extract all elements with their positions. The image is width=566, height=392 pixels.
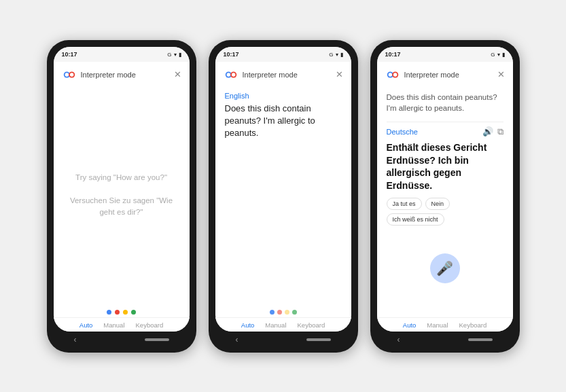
app-title-2: Interpreter mode — [243, 71, 298, 79]
spinner-dot-2-2 — [277, 310, 282, 315]
dot-red-1 — [115, 310, 120, 315]
wifi-icon-2: ▾ — [336, 52, 338, 58]
app-title-1: Interpreter mode — [81, 71, 136, 79]
bottom-nav-3: Auto Manual Keyboard — [377, 317, 513, 332]
copy-icon-3[interactable]: ⧉ — [497, 126, 503, 137]
nav-keyboard-1[interactable]: Keyboard — [136, 321, 164, 329]
wifi-icon-3: ▾ — [497, 52, 500, 58]
app-header-1: Interpreter mode ✕ — [54, 62, 190, 86]
home-pill-2[interactable] — [306, 338, 331, 341]
status-icons-3: G ▾ ▮ — [491, 52, 504, 58]
status-bar-3: 10:17 G ▾ ▮ — [377, 47, 513, 62]
close-button-2[interactable]: ✕ — [336, 69, 343, 79]
back-nav-1[interactable]: ‹ — [74, 335, 77, 344]
svg-point-11 — [393, 73, 397, 77]
nav-keyboard-2[interactable]: Keyboard — [298, 321, 325, 329]
phone-content-3: Does this dish contain peanuts? I'm alle… — [377, 86, 513, 317]
divider-3 — [387, 122, 503, 122]
german-message-3: Enthält dieses Gericht Erdnüsse? Ich bin… — [387, 141, 503, 193]
nav-manual-3[interactable]: Manual — [427, 321, 448, 329]
home-pill-1[interactable] — [145, 338, 169, 341]
bottom-nav-2: Auto Manual Keyboard — [215, 317, 351, 332]
signal-icon-2: G — [329, 52, 333, 58]
status-time-3: 10:17 — [385, 51, 401, 58]
status-icons-2: G ▾ ▮ — [329, 52, 342, 58]
phone-1: 10:17 G ▾ ▮ Interpreter mode — [47, 40, 196, 353]
nav-auto-3[interactable]: Auto — [403, 321, 417, 329]
status-time-1: 10:17 — [62, 51, 77, 58]
nav-manual-1[interactable]: Manual — [103, 321, 124, 329]
bottom-nav-1: Auto Manual Keyboard — [54, 317, 190, 332]
dot-green-1 — [131, 310, 136, 315]
back-nav-2[interactable]: ‹ — [236, 335, 238, 344]
spinner-dot-4-2 — [292, 310, 297, 315]
mic-wrapper-3: 🎤 — [387, 226, 503, 311]
phone-3: 10:17 G ▾ ▮ Interpreter mode — [370, 40, 520, 353]
suggestion-chip-1[interactable]: Nein — [425, 198, 450, 210]
lang-label-english-2: English — [225, 92, 342, 100]
svg-point-1 — [65, 73, 69, 77]
german-icons-3: 🔊 ⧉ — [482, 126, 503, 137]
app-title-3: Interpreter mode — [404, 71, 459, 79]
mic-icon-3: 🎤 — [436, 260, 453, 277]
mic-button-3[interactable]: 🎤 — [430, 253, 460, 283]
battery-icon-3: ▮ — [502, 52, 505, 58]
status-icons-1: G ▾ ▮ — [167, 52, 181, 58]
speaker-icon-3[interactable]: 🔊 — [482, 126, 493, 137]
spinner-dot-1-2 — [270, 310, 275, 315]
activity-dots-1 — [54, 304, 190, 317]
prompt-text-1: Try saying "How are you?" Versuchen Sie … — [63, 172, 180, 219]
svg-point-7 — [231, 73, 235, 77]
signal-icon-1: G — [167, 52, 171, 58]
phone-content-1: Try saying "How are you?" Versuchen Sie … — [54, 86, 190, 304]
app-header-2: Interpreter mode ✕ — [215, 62, 351, 86]
status-time-2: 10:17 — [224, 51, 239, 58]
assistant-icon-3 — [385, 67, 400, 82]
close-button-1[interactable]: ✕ — [174, 69, 181, 79]
spinner-2 — [215, 304, 351, 317]
home-pill-3[interactable] — [468, 338, 493, 341]
battery-icon-2: ▮ — [340, 52, 343, 58]
svg-point-3 — [69, 73, 73, 77]
svg-point-9 — [388, 73, 392, 77]
assistant-icon-2 — [224, 67, 238, 82]
nav-auto-2[interactable]: Auto — [241, 321, 255, 329]
phone-bottom-bar-2: ‹ — [215, 332, 351, 346]
nav-auto-1[interactable]: Auto — [79, 321, 93, 329]
app-header-left-2: Interpreter mode — [224, 67, 298, 82]
german-header-3: Deutsche 🔊 ⧉ — [387, 126, 503, 137]
suggestion-chip-0[interactable]: Ja tut es — [387, 198, 422, 210]
assistant-icon-1 — [62, 67, 77, 82]
signal-icon-3: G — [491, 52, 495, 58]
svg-point-5 — [226, 73, 230, 77]
nav-manual-2[interactable]: Manual — [265, 321, 286, 329]
english-message-3: Does this dish contain peanuts? I'm alle… — [387, 92, 503, 113]
app-header-left-1: Interpreter mode — [62, 67, 136, 82]
suggestion-chip-2[interactable]: Ich weiß es nicht — [387, 213, 444, 226]
phone-group: 10:17 G ▾ ▮ Interpreter mode — [47, 40, 520, 353]
suggestion-row-3: Ja tut es Nein Ich weiß es nicht — [387, 198, 503, 226]
message-text-2: Does this dish contain peanuts? I'm alle… — [225, 103, 342, 140]
close-button-3[interactable]: ✕ — [497, 69, 505, 79]
wifi-icon-1: ▾ — [174, 52, 177, 58]
status-bar-2: 10:17 G ▾ ▮ — [215, 47, 351, 62]
nav-keyboard-3[interactable]: Keyboard — [459, 321, 487, 329]
phone-2: 10:17 G ▾ ▮ Interpreter mode — [209, 40, 358, 353]
phone-bottom-bar-3: ‹ — [377, 332, 513, 346]
dot-blue-1 — [107, 310, 111, 315]
phone-content-2: English Does this dish contain peanuts? … — [215, 86, 351, 304]
spinner-dot-3-2 — [285, 310, 289, 315]
phone-bottom-bar-1: ‹ — [54, 332, 190, 346]
app-header-3: Interpreter mode ✕ — [377, 62, 513, 86]
dot-yellow-1 — [123, 310, 128, 315]
status-bar-1: 10:17 G ▾ ▮ — [54, 47, 190, 62]
german-lang-label-3: Deutsche — [387, 128, 418, 136]
battery-icon-1: ▮ — [179, 52, 181, 58]
app-header-left-3: Interpreter mode — [385, 67, 459, 82]
back-nav-3[interactable]: ‹ — [397, 335, 400, 344]
